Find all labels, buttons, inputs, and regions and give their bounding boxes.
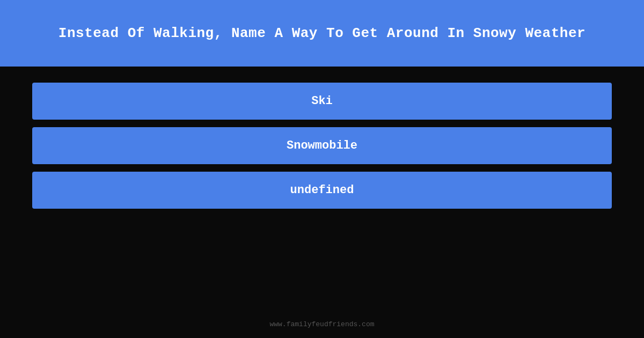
answers-container: SkiSnowmobileundefined [0,67,644,209]
footer-url: www.familyfeudfriends.com [269,320,374,328]
question-title: Instead Of Walking, Name A Way To Get Ar… [58,25,586,41]
answer-button-0[interactable]: Ski [32,83,612,120]
answer-button-1[interactable]: Snowmobile [32,127,612,164]
footer: www.familyfeudfriends.com [0,209,644,338]
question-header: Instead Of Walking, Name A Way To Get Ar… [0,0,644,67]
answer-button-2[interactable]: undefined [32,172,612,209]
